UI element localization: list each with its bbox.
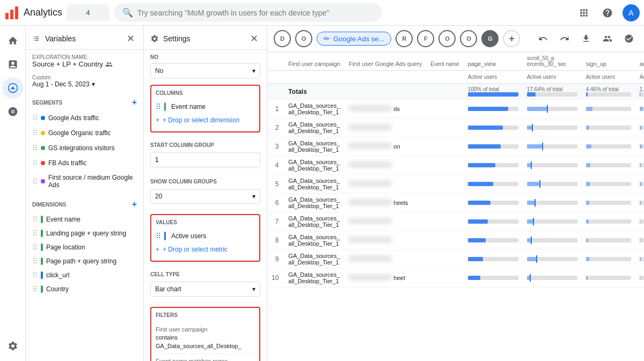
pct-signup: 4.46% of total	[586, 86, 631, 92]
share-users-button[interactable]	[599, 30, 616, 47]
dimension-item-landing-page[interactable]: ⠿ Landing page + query string	[26, 226, 143, 240]
metric-label-activation: Active users	[640, 74, 644, 80]
check-circle-button[interactable]	[620, 30, 638, 47]
nav-home-icon[interactable]	[2, 30, 24, 51]
settings-close-button[interactable]: ✕	[247, 32, 260, 45]
dimension-item-click-url[interactable]: ⠿ click_url	[26, 268, 143, 282]
variables-close-button[interactable]: ✕	[124, 32, 137, 45]
pct-scroll: 17.64% of total	[527, 86, 577, 92]
dimension-item-country[interactable]: ⠿ Country	[26, 282, 143, 296]
dimension-color-indicator	[41, 230, 43, 237]
values-section: VALUES ⠿ Active users + + Drop or select…	[150, 214, 260, 262]
tab-r-button[interactable]: R	[396, 30, 413, 47]
row-num: 2	[267, 119, 284, 137]
tab-g-button[interactable]: G	[481, 30, 499, 47]
svg-rect-2	[15, 6, 18, 19]
table-row: 3 GA_Data_sources_ all_Desktop_Tier_1 on	[267, 137, 644, 156]
campaign-cell: GA_Data_sources_ all_Desktop_Tier_1	[284, 212, 345, 231]
scroll-bar-cell	[523, 194, 582, 212]
totals-label: Totals	[284, 84, 345, 100]
topbar-tab[interactable]: 4	[67, 4, 109, 21]
svg-rect-1	[10, 10, 13, 19]
query-cell	[345, 250, 426, 269]
settings-title: Settings	[150, 34, 191, 43]
value-metric-item[interactable]: ⠿ Active users	[156, 230, 255, 242]
scroll-bar-cell	[523, 212, 582, 231]
chevron-down-icon: ▾	[252, 285, 255, 293]
active-tab-google-ads[interactable]: ✏ Google Ads se...	[317, 32, 391, 46]
event-spacer	[426, 175, 463, 194]
col-activation-header: activation	[635, 52, 644, 71]
table-row: 6 GA_Data_sources_ all_Desktop_Tier_1 he…	[267, 194, 644, 212]
col-campaign-header: First user campaign	[284, 52, 345, 71]
event-spacer	[426, 250, 463, 269]
dimension-color-indicator	[41, 216, 43, 223]
tab-f-button[interactable]: F	[417, 30, 434, 47]
tab-o3-button[interactable]: O	[460, 30, 477, 47]
row-num: 10	[267, 269, 284, 288]
column-dimension-item[interactable]: ⠿ Event name	[156, 100, 255, 113]
add-segment-button[interactable]: +	[132, 98, 137, 107]
dimension-color-indicator	[41, 285, 43, 293]
dimension-item-event-name[interactable]: ⠿ Event name	[26, 212, 143, 226]
tab-d-button[interactable]: D	[274, 30, 291, 47]
dimension-item-page-location[interactable]: ⠿ Page location	[26, 240, 143, 254]
activation-bar-cell	[635, 100, 644, 119]
pageview-bar-cell	[464, 269, 523, 288]
user-avatar[interactable]: A	[623, 4, 640, 21]
cell-type-dropdown[interactable]: Bar chart ▾	[150, 282, 260, 297]
table-row: 2 GA_Data_sources_ all_Desktop_Tier_1	[267, 119, 644, 137]
search-input[interactable]	[137, 9, 374, 17]
add-tab-button[interactable]: +	[503, 30, 520, 47]
help-icon[interactable]	[599, 4, 616, 21]
undo-button[interactable]	[535, 30, 552, 47]
show-column-groups-dropdown[interactable]: 20 ▾	[150, 189, 260, 204]
segment-item-google-ads[interactable]: ⠿ Google Ads traffic	[26, 110, 143, 126]
start-column-input[interactable]	[150, 152, 260, 167]
scroll-bar-cell	[523, 250, 582, 269]
row-num: 5	[267, 175, 284, 194]
filter-item-campaign[interactable]: First user campaign contains GA_Data_sou…	[156, 322, 255, 354]
drag-handle-icon: ⠿	[32, 159, 38, 167]
date-range-section: Custom Aug 1 - Dec 5, 2023 ▾	[26, 72, 143, 92]
filter-item-event[interactable]: Event name matches regex page_view|scrol…	[156, 354, 255, 361]
segment-item-google-organic[interactable]: ⠿ Google Organic traffic	[26, 126, 143, 141]
tab-o-button[interactable]: O	[295, 30, 312, 47]
pageview-bar-cell	[464, 212, 523, 231]
pageview-bar-cell	[464, 156, 523, 175]
search-bar[interactable]: 🔍	[114, 3, 382, 22]
apps-icon[interactable]	[575, 4, 592, 21]
segment-item-fb-ads[interactable]: ⠿ FB Ads traffic	[26, 156, 143, 171]
query-cell	[345, 119, 426, 137]
scroll-bar-cell	[523, 119, 582, 137]
nav-settings-icon[interactable]	[2, 335, 24, 357]
date-range-picker[interactable]: Aug 1 - Dec 5, 2023 ▾	[32, 80, 137, 88]
segment-item-first-source[interactable]: ⠿ First source / medium Google Ads	[26, 171, 143, 192]
table-row: 4 GA_Data_sources_ all_Desktop_Tier_1	[267, 156, 644, 175]
metric-label-scroll: Active users	[527, 74, 577, 80]
drag-handle-icon: ⠿	[32, 229, 38, 238]
nav-explore-icon[interactable]	[2, 77, 24, 99]
nav-advertising-icon[interactable]	[2, 101, 24, 122]
col-query-header: First user Google Ads query	[345, 52, 426, 71]
no-dropdown[interactable]: No ▾	[150, 63, 260, 78]
table-row: 9 GA_Data_sources_ all_Desktop_Tier_1	[267, 250, 644, 269]
drag-handle-icon: ⠿	[32, 257, 38, 266]
tab-o2-button[interactable]: O	[438, 30, 456, 47]
content-area: D O ✏ Google Ads se... R F O O G +	[267, 26, 644, 361]
row-num: 4	[267, 156, 284, 175]
nav-reports-icon[interactable]	[2, 54, 24, 75]
dimension-item-page-path[interactable]: ⠿ Page path + query string	[26, 254, 143, 268]
segment-item-gs-integrations[interactable]: ⠿ GS integrations visitors	[26, 141, 143, 156]
add-dimension-button[interactable]: +	[132, 200, 137, 209]
signup-bar-cell	[582, 137, 635, 156]
table-row: 1 GA_Data_sources_ all_Desktop_Tier_1 ds	[267, 100, 644, 119]
download-button[interactable]	[577, 30, 595, 47]
row-num: 6	[267, 194, 284, 212]
pageview-bar-cell	[464, 231, 523, 250]
cell-type-section: CELL TYPE Bar chart ▾	[144, 266, 267, 303]
redo-button[interactable]	[556, 30, 573, 47]
col-signup-header: sign_up	[582, 52, 635, 71]
add-column-button[interactable]: + + Drop or select dimension	[156, 113, 255, 127]
add-metric-button[interactable]: + + Drop or select metric	[156, 242, 255, 256]
